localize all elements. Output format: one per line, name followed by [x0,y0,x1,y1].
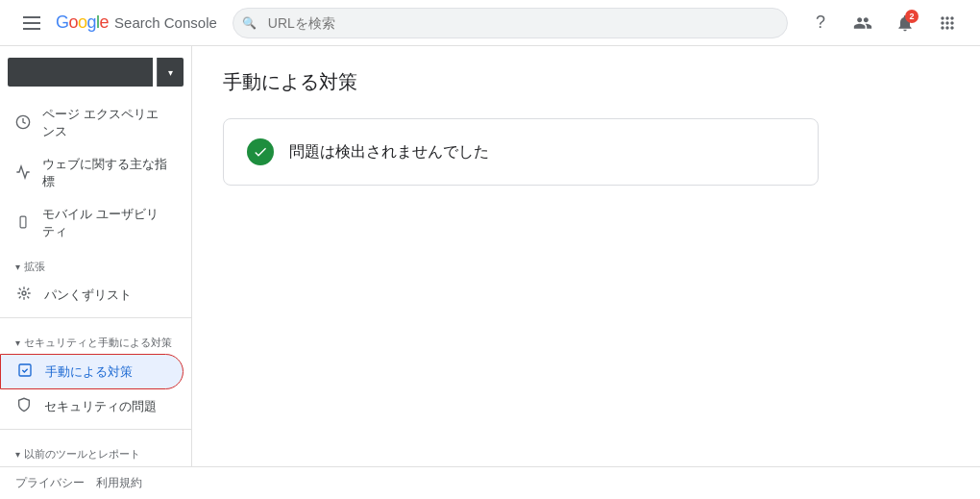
sidebar-item-mobile[interactable]: モバイル ユーザビリティ [0,198,184,248]
google-wordmark: Google [56,12,109,33]
sidebar: ▾ ページ エクスペリエンス ウェブに関する主な指標 モバイル ユーザビリティ … [0,46,192,466]
breadcrumb-label: パンくずリスト [44,287,132,304]
manual-actions-label: 手動による対策 [45,363,133,381]
check-icon [247,138,274,165]
page-experience-icon [15,114,31,133]
main-layout: ▾ ページ エクスペリエンス ウェブに関する主な指標 モバイル ユーザビリティ … [0,46,980,466]
svg-rect-4 [19,364,31,376]
search-input[interactable] [233,8,788,38]
breadcrumb-icon [15,286,33,304]
svg-rect-1 [20,216,26,228]
property-selector: ▾ [8,58,184,87]
product-name: Search Console [114,14,217,31]
sidebar-divider-2 [0,429,191,430]
web-vitals-label: ウェブに関する主な指標 [42,156,168,190]
apps-icon[interactable] [930,6,965,40]
tools-section-label: 以前のツールとレポート [0,436,191,465]
search-bar [233,8,788,38]
notification-badge: 2 [905,10,919,23]
page-title: 手動による対策 [223,69,949,95]
logo: Google Search Console [56,12,217,33]
sidebar-item-breadcrumb[interactable]: パンくずリスト [0,278,184,312]
sidebar-divider-1 [0,317,191,318]
status-card: 問題は検出されませんでした [223,118,819,186]
help-icon[interactable]: ? [803,6,838,40]
notification-icon[interactable]: 2 [888,6,922,40]
header-left: Google Search Console [15,9,217,37]
security-issues-label: セキュリティの問題 [44,398,157,415]
header-right: ? 2 [803,6,965,40]
svg-point-3 [22,291,26,295]
content-area: 手動による対策 問題は検出されませんでした [192,46,980,466]
sidebar-item-page-experience[interactable]: ページ エクスペリエンス [0,98,184,148]
account-icon[interactable] [845,6,880,40]
footer: プライバシー 利用規約 [0,466,980,499]
mobile-label: モバイル ユーザビリティ [42,206,168,240]
header: Google Search Console ? 2 [0,0,980,46]
expand-section-label: 拡張 [0,248,191,278]
sidebar-item-security-issues[interactable]: セキュリティの問題 [0,389,184,423]
page-experience-label: ページ エクスペリエンス [42,106,168,140]
status-message: 問題は検出されませんでした [289,142,489,162]
hamburger-menu[interactable] [15,9,48,37]
manual-actions-icon [16,362,34,381]
web-vitals-icon [15,164,31,183]
sidebar-item-manual-actions[interactable]: 手動による対策 [0,354,184,389]
property-dropdown[interactable]: ▾ [157,58,184,87]
security-section-label: セキュリティと手動による対策 [0,324,191,354]
footer-privacy[interactable]: プライバシー [15,475,85,491]
footer-terms[interactable]: 利用規約 [96,475,142,491]
property-button[interactable] [8,58,153,87]
security-issues-icon [15,397,33,415]
mobile-icon [15,214,31,233]
sidebar-item-web-vitals[interactable]: ウェブに関する主な指標 [0,148,184,198]
